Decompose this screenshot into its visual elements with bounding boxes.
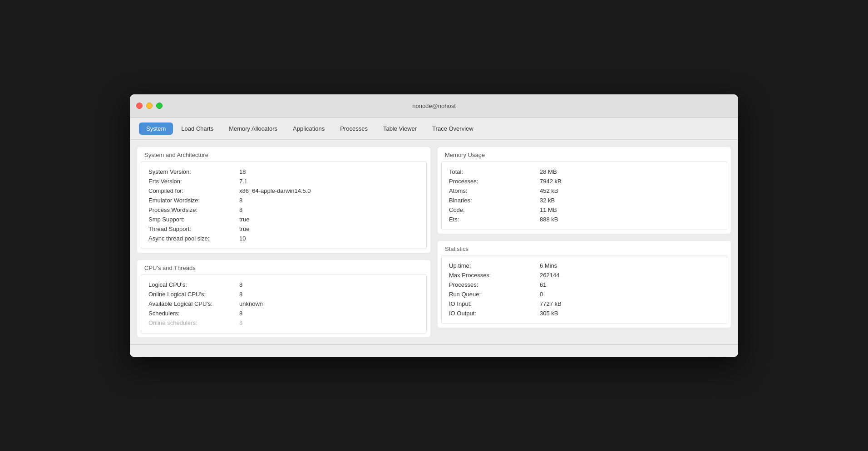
value-max-processes: 262144 xyxy=(540,272,559,279)
table-row: Online schedulers: 8 xyxy=(148,318,419,328)
tab-trace-overview[interactable]: Trace Overview xyxy=(425,123,481,135)
table-row: Run Queue: 0 xyxy=(449,289,720,299)
left-panels: System and Architecture System Version: … xyxy=(137,147,430,337)
main-window: nonode@nohost System Load Charts Memory … xyxy=(130,94,738,357)
value-processes-stat: 61 xyxy=(540,281,546,288)
tab-system[interactable]: System xyxy=(139,123,173,135)
label-online-schedulers: Online schedulers: xyxy=(148,319,239,326)
table-row: Schedulers: 8 xyxy=(148,309,419,318)
memory-usage-body: Total: 28 MB Processes: 7942 kB Atoms: 4… xyxy=(441,161,727,230)
label-uptime: Up time: xyxy=(449,262,540,269)
value-thread-support: true xyxy=(239,226,249,232)
cpus-threads-header: CPU's and Threads xyxy=(137,260,430,274)
label-emulator-wordsize: Emulator Wordsize: xyxy=(148,197,239,204)
label-processes-mem: Processes: xyxy=(449,178,540,185)
close-button[interactable] xyxy=(136,103,143,109)
statistics-body: Up time: 6 Mins Max Processes: 262144 Pr… xyxy=(441,255,727,324)
value-io-input: 7727 kB xyxy=(540,300,562,307)
tab-memory-allocators[interactable]: Memory Allocators xyxy=(222,123,285,135)
label-compiled-for: Compiled for: xyxy=(148,187,239,194)
value-code: 11 MB xyxy=(540,206,557,213)
memory-usage-header: Memory Usage xyxy=(438,147,731,161)
label-io-output: IO Output: xyxy=(449,310,540,317)
table-row: Thread Support: true xyxy=(148,224,419,234)
label-processes-stat: Processes: xyxy=(449,281,540,288)
label-ets: Ets: xyxy=(449,216,540,223)
value-ets: 888 kB xyxy=(540,216,558,223)
value-compiled-for: x86_64-apple-darwin14.5.0 xyxy=(239,187,311,194)
statistics-panel: Statistics Up time: 6 Mins Max Processes… xyxy=(438,241,731,328)
status-bar xyxy=(130,344,738,357)
value-schedulers: 8 xyxy=(239,310,242,317)
main-content: System and Architecture System Version: … xyxy=(130,140,738,344)
table-row: Up time: 6 Mins xyxy=(449,261,720,270)
system-architecture-header: System and Architecture xyxy=(137,147,430,161)
table-row: IO Output: 305 kB xyxy=(449,309,720,318)
table-row: System Version: 18 xyxy=(148,167,419,176)
table-row: Max Processes: 262144 xyxy=(449,270,720,280)
table-row: Total: 28 MB xyxy=(449,167,720,176)
right-panels: Memory Usage Total: 28 MB Processes: 794… xyxy=(438,147,731,337)
label-system-version: System Version: xyxy=(148,168,239,175)
value-logical-cpus: 8 xyxy=(239,281,242,288)
tab-bar: System Load Charts Memory Allocators App… xyxy=(130,118,738,140)
label-thread-support: Thread Support: xyxy=(148,226,239,232)
label-smp-support: Smp Support: xyxy=(148,216,239,223)
system-architecture-body: System Version: 18 Erts Version: 7.1 Com… xyxy=(141,161,427,249)
label-atoms: Atoms: xyxy=(449,187,540,194)
table-row: Code: 11 MB xyxy=(449,205,720,215)
label-process-wordsize: Process Wordsize: xyxy=(148,206,239,213)
table-row: Compiled for: x86_64-apple-darwin14.5.0 xyxy=(148,186,419,196)
table-row: Binaries: 32 kB xyxy=(449,196,720,205)
value-total: 28 MB xyxy=(540,168,557,175)
table-row: Atoms: 452 kB xyxy=(449,186,720,196)
tab-load-charts[interactable]: Load Charts xyxy=(174,123,221,135)
value-uptime: 6 Mins xyxy=(540,262,557,269)
label-binaries: Binaries: xyxy=(449,197,540,204)
value-emulator-wordsize: 8 xyxy=(239,197,242,204)
label-available-logical-cpus: Available Logical CPU's: xyxy=(148,300,239,307)
cpus-threads-panel: CPU's and Threads Logical CPU's: 8 Onlin… xyxy=(137,260,430,337)
tab-table-viewer[interactable]: Table Viewer xyxy=(376,123,424,135)
value-processes-mem: 7942 kB xyxy=(540,178,562,185)
label-erts-version: Erts Version: xyxy=(148,178,239,185)
table-row: Processes: 61 xyxy=(449,280,720,289)
titlebar: nonode@nohost xyxy=(130,94,738,118)
label-io-input: IO Input: xyxy=(449,300,540,307)
tab-processes[interactable]: Processes xyxy=(333,123,375,135)
table-row: Smp Support: true xyxy=(148,215,419,224)
minimize-button[interactable] xyxy=(146,103,153,109)
table-row: Processes: 7942 kB xyxy=(449,176,720,186)
table-row: IO Input: 7727 kB xyxy=(449,299,720,309)
label-logical-cpus: Logical CPU's: xyxy=(148,281,239,288)
table-row: Async thread pool size: 10 xyxy=(148,234,419,243)
value-run-queue: 0 xyxy=(540,291,543,298)
memory-usage-panel: Memory Usage Total: 28 MB Processes: 794… xyxy=(438,147,731,234)
tab-applications[interactable]: Applications xyxy=(286,123,332,135)
statistics-header: Statistics xyxy=(438,241,731,255)
table-row: Erts Version: 7.1 xyxy=(148,176,419,186)
value-binaries: 32 kB xyxy=(540,197,555,204)
table-row: Online Logical CPU's: 8 xyxy=(148,289,419,299)
value-online-logical-cpus: 8 xyxy=(239,291,242,298)
label-code: Code: xyxy=(449,206,540,213)
value-atoms: 452 kB xyxy=(540,187,558,194)
table-row: Emulator Wordsize: 8 xyxy=(148,196,419,205)
value-system-version: 18 xyxy=(239,168,246,175)
table-row: Process Wordsize: 8 xyxy=(148,205,419,215)
cpus-threads-body: Logical CPU's: 8 Online Logical CPU's: 8… xyxy=(141,274,427,333)
label-max-processes: Max Processes: xyxy=(449,272,540,279)
system-architecture-panel: System and Architecture System Version: … xyxy=(137,147,430,253)
label-online-logical-cpus: Online Logical CPU's: xyxy=(148,291,239,298)
table-row: Logical CPU's: 8 xyxy=(148,280,419,289)
table-row: Available Logical CPU's: unknown xyxy=(148,299,419,309)
label-schedulers: Schedulers: xyxy=(148,310,239,317)
value-available-logical-cpus: unknown xyxy=(239,300,263,307)
value-erts-version: 7.1 xyxy=(239,178,247,185)
value-async-thread-pool: 10 xyxy=(239,235,246,242)
value-io-output: 305 kB xyxy=(540,310,558,317)
traffic-lights xyxy=(136,103,163,109)
label-async-thread-pool: Async thread pool size: xyxy=(148,235,239,242)
value-process-wordsize: 8 xyxy=(239,206,242,213)
maximize-button[interactable] xyxy=(156,103,163,109)
